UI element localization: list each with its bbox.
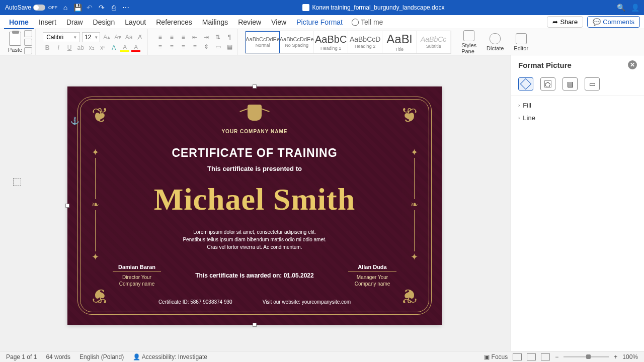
font-size-select[interactable]: 12▾ xyxy=(82,32,100,42)
italic-button[interactable]: I xyxy=(54,44,63,52)
underline-button[interactable]: U xyxy=(65,44,74,52)
editor-button[interactable]: Editor xyxy=(511,33,531,51)
zoom-in-button[interactable]: + xyxy=(614,353,617,360)
tab-design[interactable]: Design xyxy=(88,15,120,29)
status-words[interactable]: 64 words xyxy=(46,353,70,360)
dictate-button[interactable]: Dictate xyxy=(484,33,507,51)
close-pane-button[interactable]: ✕ xyxy=(628,60,637,69)
change-case-icon[interactable]: Aa xyxy=(124,33,133,42)
tab-picture-format[interactable]: Picture Format xyxy=(291,15,348,29)
style-heading2[interactable]: AaBbCcDHeading 2 xyxy=(348,31,382,53)
style-no-spacing[interactable]: AaBbCcDdEeNo Spacing xyxy=(280,31,314,53)
ornament-icon: ❦ xyxy=(395,283,423,310)
styles-gallery[interactable]: AaBbCcDdEeNormal AaBbCcDdEeNo Spacing Aa… xyxy=(245,31,451,54)
accordion-line[interactable]: ›Line xyxy=(518,112,637,124)
resize-handle-w[interactable] xyxy=(65,204,69,208)
font-color-icon[interactable]: A xyxy=(131,44,140,52)
borders-icon[interactable]: ▦ xyxy=(224,43,234,51)
zoom-level[interactable]: 100% xyxy=(622,353,638,360)
more-icon[interactable]: ⋯ xyxy=(122,4,130,12)
certificate-image[interactable]: ❦ ❦ ❦ ❦ ✦❧✦ ✦❧✦ YOUR COMPANY NAME CERTIF… xyxy=(67,86,442,325)
chevron-right-icon: › xyxy=(518,103,520,108)
undo-icon[interactable]: ↶ xyxy=(86,4,94,12)
pane-tab-picture[interactable]: ▭ xyxy=(585,77,600,90)
clear-format-icon[interactable]: A̸ xyxy=(135,33,144,42)
paste-button[interactable]: Paste xyxy=(8,32,22,53)
home-icon[interactable]: ⌂ xyxy=(61,4,69,12)
cut-icon[interactable] xyxy=(24,30,32,37)
multilevel-icon[interactable]: ≡ xyxy=(178,33,188,41)
ornament-icon: ❦ xyxy=(87,283,114,310)
copy-icon[interactable] xyxy=(24,39,32,46)
print-icon[interactable]: ⎙ xyxy=(110,4,118,12)
shrink-font-icon[interactable]: A▾ xyxy=(113,33,122,42)
shading-icon[interactable]: ▭ xyxy=(213,43,223,51)
resize-handle-n[interactable] xyxy=(253,84,257,88)
align-left-icon[interactable]: ≡ xyxy=(155,43,165,51)
tab-review[interactable]: Review xyxy=(233,15,266,29)
tab-home[interactable]: Home xyxy=(4,15,34,29)
superscript-button[interactable]: x² xyxy=(98,44,107,52)
save-icon[interactable]: 💾 xyxy=(73,4,82,12)
comments-button[interactable]: 💬Comments xyxy=(587,16,640,28)
pane-tab-fill[interactable] xyxy=(518,77,533,90)
grow-font-icon[interactable]: A▴ xyxy=(102,33,111,42)
status-accessibility[interactable]: 👤 Accessibility: Investigate xyxy=(133,353,207,360)
accordion-fill[interactable]: ›Fill xyxy=(518,99,637,112)
text-effects-icon[interactable]: A xyxy=(109,44,118,52)
resize-handle-s[interactable] xyxy=(253,323,257,327)
search-icon[interactable]: 🔍 xyxy=(617,4,625,12)
zoom-out-button[interactable]: − xyxy=(555,353,558,360)
style-normal[interactable]: AaBbCcDdEeNormal xyxy=(246,31,280,53)
chevron-right-icon: › xyxy=(518,115,520,121)
autosave-toggle[interactable]: AutoSave OFF xyxy=(5,4,57,11)
strike-button[interactable]: ab xyxy=(76,44,85,52)
ribbon-tabs: Home Insert Draw Design Layout Reference… xyxy=(0,15,644,29)
zoom-slider[interactable] xyxy=(564,356,609,357)
style-subtitle[interactable]: AaBbCcSubtitle xyxy=(417,31,451,53)
align-center-icon[interactable]: ≡ xyxy=(167,43,177,51)
show-marks-icon[interactable]: ¶ xyxy=(224,33,234,41)
font-name-select[interactable]: Calibri▾ xyxy=(43,32,80,42)
sort-icon[interactable]: ⇅ xyxy=(213,33,223,41)
bullets-icon[interactable]: ≡ xyxy=(155,33,165,41)
subscript-button[interactable]: x₂ xyxy=(87,44,96,52)
status-language[interactable]: English (Poland) xyxy=(79,353,124,360)
status-page[interactable]: Page 1 of 1 xyxy=(6,353,37,360)
highlight-icon[interactable]: A xyxy=(120,44,129,52)
line-spacing-icon[interactable]: ⇕ xyxy=(201,43,211,51)
view-web-icon[interactable] xyxy=(541,353,550,360)
anchor-icon: ⚓ xyxy=(70,117,79,125)
account-icon[interactable]: 👤 xyxy=(631,4,639,12)
align-right-icon[interactable]: ≡ xyxy=(178,43,188,51)
pane-tab-effects[interactable]: ⬠ xyxy=(540,77,555,90)
view-print-icon[interactable] xyxy=(527,353,536,360)
tab-references[interactable]: References xyxy=(151,15,197,29)
layout-options-icon[interactable] xyxy=(13,178,21,186)
justify-icon[interactable]: ≡ xyxy=(190,43,200,51)
document-canvas[interactable]: ❦ ❦ ❦ ❦ ✦❧✦ ✦❧✦ YOUR COMPANY NAME CERTIF… xyxy=(0,55,511,351)
tab-mailings[interactable]: Mailings xyxy=(197,15,233,29)
indent-icon[interactable]: ⇥ xyxy=(201,33,211,41)
tab-layout[interactable]: Layout xyxy=(120,15,151,29)
outdent-icon[interactable]: ⇤ xyxy=(190,33,200,41)
style-heading1[interactable]: AaBbCHeading 1 xyxy=(314,31,348,53)
pane-tab-layout[interactable]: ▤ xyxy=(562,77,578,90)
bold-button[interactable]: B xyxy=(43,44,52,52)
view-read-icon[interactable] xyxy=(513,353,522,360)
tab-insert[interactable]: Insert xyxy=(34,15,61,29)
redo-icon[interactable]: ↷ xyxy=(98,4,106,12)
pane-title: Format Picture xyxy=(518,61,572,69)
styles-pane-button[interactable]: Styles Pane xyxy=(458,30,479,54)
format-painter-icon[interactable] xyxy=(24,47,32,54)
ribbon: Paste Calibri▾ 12▾ A▴ A▾ Aa A̸ B I U ab … xyxy=(0,29,644,55)
tell-me[interactable]: Tell me xyxy=(352,18,383,26)
numbering-icon[interactable]: ≡ xyxy=(167,33,177,41)
style-title[interactable]: AaBlTitle xyxy=(382,31,417,53)
focus-button[interactable]: ▣ Focus xyxy=(484,353,508,360)
tab-draw[interactable]: Draw xyxy=(61,15,88,29)
share-button[interactable]: ➦Share xyxy=(547,16,583,28)
fill-tab-icon xyxy=(520,78,532,90)
format-picture-pane: Format Picture ✕ ⬠ ▤ ▭ ›Fill ›Line xyxy=(511,55,644,351)
tab-view[interactable]: View xyxy=(266,15,291,29)
